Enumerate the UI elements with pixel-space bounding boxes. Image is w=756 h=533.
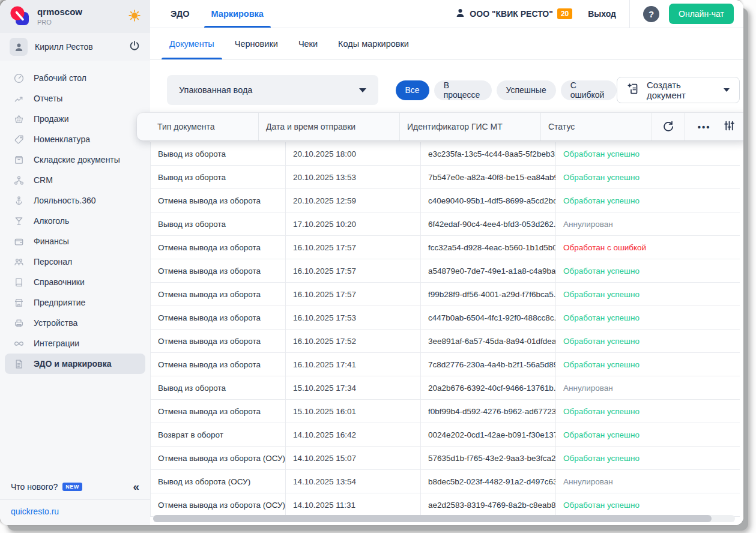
sidebar-item-sales[interactable]: Продажи (5, 109, 145, 129)
status-chip-0[interactable]: Все (396, 80, 429, 100)
sidebar-item-label: Устройства (34, 318, 77, 328)
whats-new-link[interactable]: Что нового? NEW (11, 482, 82, 492)
brand-plan: PRO (37, 19, 121, 26)
sidebar-item-devices[interactable]: Устройства (5, 313, 145, 333)
horizontal-scrollbar (153, 515, 735, 522)
gis-mt-id-cell: f99b28f9-df56-4001-a29d-f7f6bca5... (421, 283, 556, 306)
document-type-cell: Вывод из оборота (151, 212, 286, 235)
sidebar-item-edo[interactable]: ЭДО и маркировка (5, 354, 145, 374)
table-row[interactable]: Вывод из оборота17.10.2025 10:206f42edaf… (150, 212, 740, 236)
column-header-gis-mt-id[interactable]: Идентификатор ГИС МТ (399, 113, 540, 140)
table-row[interactable]: Вывод из оборота20.10.2025 13:537b547e0e… (150, 166, 740, 189)
sent-datetime-cell: 14.10.2025 16:42 (286, 423, 421, 446)
subtab-1[interactable]: Черновики (231, 28, 282, 59)
org-count-badge: 20 (557, 8, 572, 19)
sidebar-item-label: Предприятие (34, 298, 85, 307)
logout-power-icon[interactable] (129, 40, 141, 54)
subtab-3[interactable]: Коды маркировки (334, 28, 413, 59)
theme-sun-icon[interactable] (127, 8, 142, 25)
document-type-cell: Отмена вывода из оборота (151, 236, 286, 259)
integrations-icon (12, 338, 25, 349)
online-chat-button[interactable]: Онлайн-чат (669, 4, 734, 24)
product-group-select[interactable]: Упакованная вода (167, 75, 378, 105)
status-cell: Обработан успешно (556, 493, 740, 516)
create-document-button[interactable]: Создать документ (617, 77, 740, 103)
status-cell: Обработан успешно (556, 189, 740, 212)
collapse-sidebar-icon[interactable]: « (133, 481, 139, 492)
status-cell: Обработан успешно (556, 283, 740, 306)
refresh-button[interactable] (652, 113, 685, 140)
finance-icon (12, 236, 25, 247)
sent-datetime-cell: 16.10.2025 17:57 (286, 283, 421, 306)
status-filter-chips: ВсеВ процессеУспешныеС ошибкой (396, 80, 617, 100)
tab-edo[interactable]: ЭДО (167, 0, 193, 28)
warehouse-icon (12, 154, 25, 166)
column-header-sent-at[interactable]: Дата и время отправки (258, 113, 399, 140)
gis-mt-id-cell: 57635d1b-f765-43e2-9aa3-be3fca2... (421, 447, 556, 469)
table-row[interactable]: Отмена вывода из оборота16.10.2025 17:52… (150, 330, 740, 353)
create-document-label: Создать документ (647, 80, 717, 100)
table-row[interactable]: Отмена вывода из оборота16.10.2025 17:53… (150, 306, 740, 330)
sidebar-item-warehouse[interactable]: Складские документы (5, 149, 145, 170)
table-row[interactable]: Отмена вывода из оборота (ОСУ)14.10.2025… (150, 493, 740, 517)
gis-mt-id-cell: 7c8d2776-230a-4a4b-b2f1-56a5d89... (421, 353, 556, 376)
sidebar-item-label: Рабочий стол (34, 73, 86, 83)
user-row[interactable]: Кирилл Рестов (0, 33, 150, 61)
sidebar-item-alcohol[interactable]: Алкоголь (5, 211, 145, 231)
table-row[interactable]: Отмена вывода из оборота15.10.2025 16:01… (150, 400, 740, 423)
sidebar-item-enterprise[interactable]: Предприятие (5, 292, 145, 313)
table-row[interactable]: Отмена вывода из оборота16.10.2025 17:57… (150, 259, 740, 283)
help-button[interactable]: ? (643, 6, 659, 22)
document-type-cell: Отмена вывода из оборота (151, 400, 286, 423)
crm-icon (12, 175, 25, 186)
sent-datetime-cell: 16.10.2025 17:52 (286, 330, 421, 352)
sidebar-item-crm[interactable]: CRM (5, 170, 145, 190)
sent-datetime-cell: 16.10.2025 17:57 (286, 236, 421, 259)
table-row[interactable]: Отмена вывода из оборота20.10.2025 12:59… (150, 189, 740, 212)
horizontal-scrollbar-thumb[interactable] (153, 515, 712, 522)
tab-markirovka[interactable]: Маркировка (208, 0, 267, 28)
sidebar-item-references[interactable]: Справочники (5, 272, 145, 292)
status-chip-3[interactable]: С ошибкой (561, 80, 617, 100)
more-actions-icon[interactable]: ••• (698, 122, 711, 132)
table-row[interactable]: Возврат в оборот14.10.2025 16:420024e202… (150, 423, 740, 447)
status-cell: Аннулирован (556, 470, 740, 493)
sales-icon (12, 113, 25, 125)
whats-new-label: Что нового? (11, 482, 58, 492)
table-row[interactable]: Отмена вывода из оборота16.10.2025 17:57… (150, 283, 740, 306)
sidebar-item-loyalty[interactable]: Лояльность.360 (5, 190, 145, 211)
column-header-type[interactable]: Тип документа (137, 113, 258, 140)
table-row[interactable]: Отмена вывода из оборота16.10.2025 17:41… (150, 353, 740, 376)
loyalty-icon (12, 195, 25, 206)
organization-switcher[interactable]: ООО "КВИК РЕСТО" 20 (455, 8, 572, 20)
subtab-0[interactable]: Документы (166, 28, 218, 59)
sidebar-item-reports[interactable]: Отчеты (5, 88, 145, 109)
sidebar-item-nomenclature[interactable]: Номенклатура (5, 129, 145, 149)
sidebar-item-label: Номенклатура (34, 134, 90, 144)
subtab-2[interactable]: Чеки (295, 28, 321, 59)
sidebar-item-integrations[interactable]: Интеграции (5, 333, 145, 354)
sidebar-item-label: Складские документы (34, 155, 120, 164)
column-header-status[interactable]: Статус (540, 113, 652, 140)
sidebar-item-staff[interactable]: Персонал (5, 251, 145, 272)
gis-mt-id-cell: ae2d2583-8319-4769-8a2b-c8eab8f... (421, 493, 556, 516)
column-settings-sliders-icon[interactable] (723, 119, 736, 134)
table-row[interactable]: Вывод из оборота20.10.2025 18:00e3c235fa… (150, 142, 740, 166)
table-row[interactable]: Вывод из оборота (ОСУ)14.10.2025 13:54b8… (150, 470, 740, 493)
table-row[interactable]: Отмена вывода из оборота (ОСУ)14.10.2025… (150, 447, 740, 470)
status-chip-2[interactable]: Успешные (497, 80, 556, 100)
sent-datetime-cell: 20.10.2025 12:59 (286, 189, 421, 212)
table-row[interactable]: Вывод из оборота15.10.2025 17:3420a2b676… (150, 376, 740, 400)
main-area: ЭДОМаркировка ООО "КВИК РЕСТО" 20 Выход (150, 0, 743, 525)
sidebar-item-finance[interactable]: Финансы (5, 231, 145, 251)
document-type-cell: Вывод из оборота (151, 166, 286, 188)
devices-icon (12, 318, 25, 329)
site-link[interactable]: quickresto.ru (11, 507, 59, 516)
brand-name: qrmoscow (37, 7, 121, 17)
logout-link[interactable]: Выход (588, 9, 616, 19)
gis-mt-id-cell: 6f42edaf-90c4-4ee4-bfd3-053d262... (421, 212, 556, 235)
status-chip-1[interactable]: В процессе (434, 80, 492, 100)
table-row[interactable]: Отмена вывода из оборота16.10.2025 17:57… (150, 236, 740, 259)
sidebar-item-dashboard[interactable]: Рабочий стол (5, 68, 145, 88)
sidebar-item-label: Финансы (34, 236, 69, 246)
